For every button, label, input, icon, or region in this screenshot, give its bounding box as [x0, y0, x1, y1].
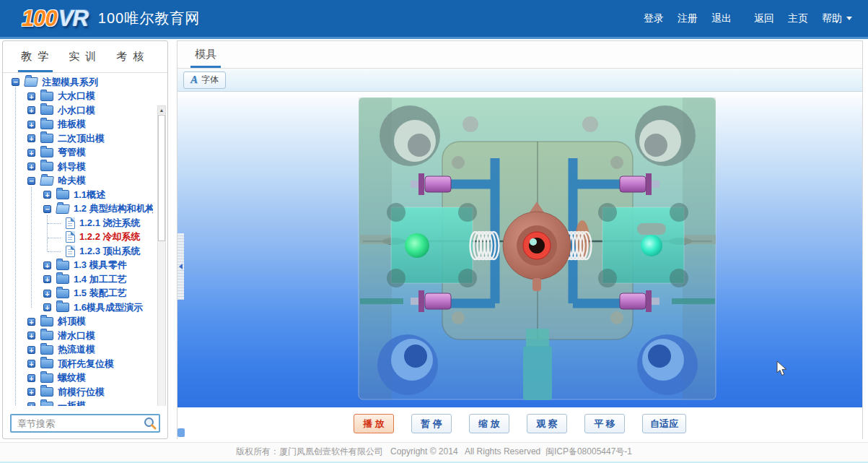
expand-icon[interactable]: + [27, 163, 35, 170]
tree-item[interactable]: −哈夫模 [3, 174, 153, 189]
tree-item-label: 1.5 装配工艺 [74, 287, 127, 300]
tree-item[interactable]: 1.2.1 浇注系统 [3, 216, 153, 230]
3d-viewer[interactable] [177, 92, 862, 407]
collapse-icon[interactable]: − [12, 78, 19, 86]
expand-icon[interactable]: + [27, 332, 35, 339]
folder-icon [40, 134, 53, 143]
tree-item-label: 斜导模 [58, 160, 86, 173]
sidebar-tabs: 教 学实 训考 核 [3, 41, 167, 73]
folder-icon [40, 345, 53, 355]
fit-button[interactable]: 自适应 [642, 414, 686, 433]
folder-icon [40, 162, 53, 171]
expand-icon[interactable]: + [27, 106, 35, 114]
nav-logout[interactable]: 退出 [711, 12, 732, 25]
tree-item[interactable]: +二次顶出模 [3, 131, 153, 146]
nav-login[interactable]: 登录 [644, 12, 664, 25]
scroll-thumb[interactable] [158, 115, 165, 241]
tree-item[interactable]: +顶杆先复位模 [3, 357, 153, 371]
site-title: 100唯尔教育网 [98, 9, 200, 28]
tree-item-label: 1.4 加工工艺 [74, 273, 127, 286]
expand-icon[interactable]: + [27, 134, 35, 142]
expand-icon[interactable]: + [43, 290, 51, 298]
tree-item[interactable]: +1.3 模具零件 [3, 259, 153, 273]
tree-item[interactable]: +推板模 [3, 118, 153, 132]
folder-icon [40, 92, 53, 101]
folder-icon [40, 105, 53, 115]
tree-item[interactable]: +1.1概述 [3, 188, 153, 202]
observe-button[interactable]: 观 察 [527, 414, 567, 433]
tree-item[interactable]: 1.2.2 冷却系统 [3, 230, 153, 245]
nav-register[interactable]: 注册 [678, 12, 698, 25]
sidebar-collapse-handle[interactable] [177, 233, 184, 300]
tree-item[interactable]: 1.2.3 顶出系统 [3, 244, 153, 259]
scroll-up-icon[interactable]: ▲ [158, 106, 165, 114]
expand-icon[interactable]: + [27, 374, 35, 382]
tree-item-label: 二次顶出模 [58, 132, 105, 145]
tree-item[interactable]: +前模行位模 [3, 385, 153, 399]
letter-A-icon: A [190, 74, 198, 86]
tree-item[interactable]: +潜水口模 [3, 329, 153, 343]
logo-100: 100 [22, 6, 57, 32]
expand-icon[interactable]: + [27, 388, 35, 396]
tree-item-label: 大水口模 [58, 90, 95, 103]
folder-icon [40, 331, 53, 340]
tree-item[interactable]: +一板模 [3, 399, 153, 407]
tree-item[interactable]: +热流道模 [3, 343, 153, 358]
tree-item[interactable]: +1.5 装配工艺 [3, 287, 153, 301]
tree-item-label: 热流道模 [58, 343, 95, 356]
pan-button[interactable]: 平 移 [584, 414, 625, 433]
tab-mold-label: 模具 [195, 48, 216, 61]
tab-teaching[interactable]: 教 学 [18, 41, 53, 72]
nav-back[interactable]: 返回 [754, 12, 774, 25]
pause-button[interactable]: 暂 停 [411, 414, 452, 433]
magnifier-icon[interactable] [144, 417, 157, 430]
font-button[interactable]: A 字体 [183, 72, 226, 89]
mold-3d-model[interactable] [177, 92, 862, 407]
tree-item[interactable]: −1.2 典型结构和机构 [3, 202, 153, 217]
folder-icon [56, 190, 69, 199]
tab-mold[interactable]: 模具 [190, 41, 221, 68]
folder-icon [56, 303, 69, 312]
collapse-icon[interactable]: − [27, 177, 35, 185]
sidebar: 教 学实 训考 核 −注塑模具系列+大水口模+小水口模+推板模+二次顶出模+弯管… [2, 40, 168, 439]
tree-item[interactable]: +斜导模 [3, 160, 153, 174]
doc-icon [66, 231, 75, 243]
nav-help[interactable]: 帮助 [822, 12, 852, 25]
tree-item[interactable]: +小水口模 [3, 103, 153, 118]
tree-item[interactable]: +弯管模 [3, 146, 153, 160]
tree-item[interactable]: +1.4 加工工艺 [3, 272, 153, 287]
expand-icon[interactable]: + [43, 191, 51, 199]
tab-assessment[interactable]: 考 核 [113, 41, 148, 72]
tree-item[interactable]: −注塑模具系列 [3, 75, 153, 90]
expand-icon[interactable]: + [27, 360, 35, 368]
tab-training[interactable]: 实 训 [66, 41, 100, 72]
nav-login-label: 登录 [644, 12, 664, 25]
tree-item[interactable]: +斜顶模 [3, 315, 153, 329]
tree-item-label: 哈夫模 [58, 174, 86, 187]
folder-icon [40, 148, 53, 157]
expand-icon[interactable]: + [43, 261, 51, 269]
search-input[interactable] [10, 414, 160, 433]
tree-item[interactable]: +1.6模具成型演示 [3, 300, 153, 315]
expand-icon[interactable]: + [27, 121, 35, 129]
expand-icon[interactable]: + [27, 92, 35, 100]
nav-home-label: 主页 [788, 12, 808, 25]
main-panel: 模具 A 字体 [177, 40, 863, 439]
expand-icon[interactable]: + [27, 318, 35, 326]
scroll-handle[interactable] [177, 428, 185, 437]
play-button[interactable]: 播 放 [354, 414, 394, 433]
zoom-button[interactable]: 缩 放 [469, 414, 509, 433]
expand-icon[interactable]: + [27, 402, 35, 406]
expand-icon[interactable]: + [43, 303, 51, 311]
tree-item[interactable]: +螺纹模 [3, 371, 153, 386]
expand-icon[interactable]: + [27, 346, 35, 354]
expand-icon[interactable]: + [43, 275, 51, 283]
nav-home[interactable]: 主页 [788, 12, 808, 25]
tree-item[interactable]: +大水口模 [3, 90, 153, 104]
tree-scrollbar[interactable]: ▲ ▼ [157, 105, 166, 406]
expand-icon[interactable]: + [27, 149, 35, 157]
site-logo[interactable]: 100 VR [22, 6, 88, 32]
tree-item-label: 1.3 模具零件 [74, 259, 127, 272]
tree-item-label: 1.2.2 冷却系统 [79, 230, 141, 243]
collapse-icon[interactable]: − [43, 205, 51, 213]
